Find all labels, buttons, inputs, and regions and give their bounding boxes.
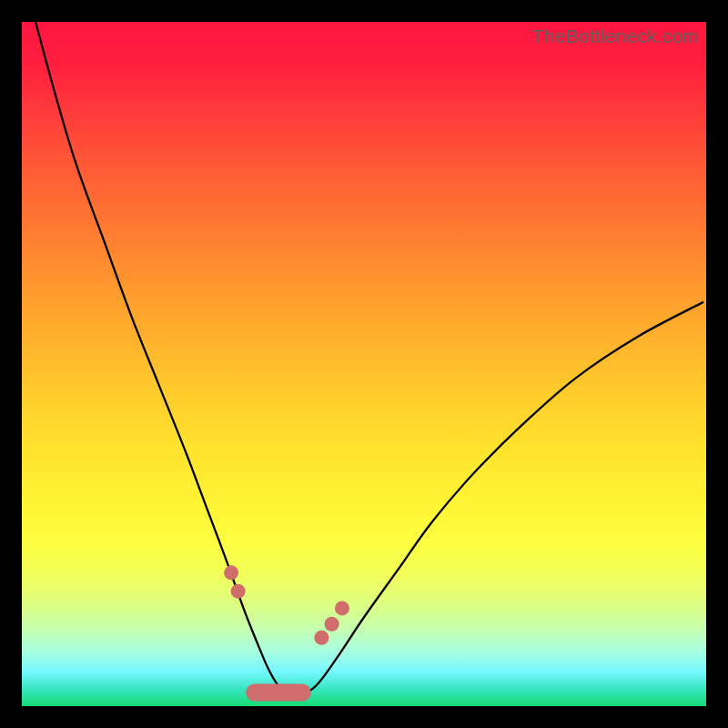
- bottleneck-curve: [35, 22, 703, 693]
- chart-area: TheBottleneck.com: [22, 22, 706, 706]
- marker-dot-right: [314, 631, 329, 645]
- chart-svg: [22, 22, 706, 706]
- marker-dot-left: [231, 584, 246, 599]
- marker-dot-right: [335, 601, 349, 615]
- marker-dot-right: [325, 617, 339, 632]
- marker-dot-left: [224, 565, 238, 580]
